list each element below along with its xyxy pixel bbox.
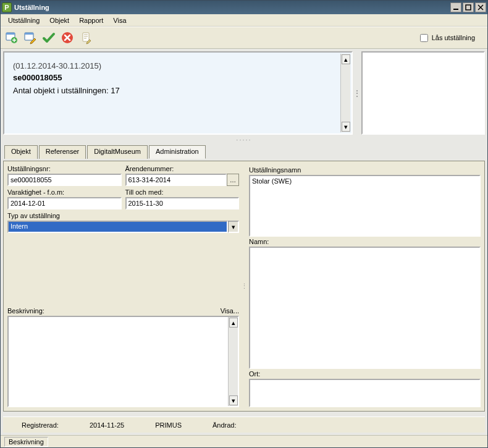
svg-rect-5 — [6, 33, 15, 35]
menu-visa[interactable]: Visa — [108, 15, 131, 25]
cancel-button[interactable] — [59, 29, 76, 46]
utstallningsnamn-panel[interactable]: Stolar (SWE) — [249, 175, 481, 237]
lock-exhibition-wrap: Lås utställning — [420, 34, 485, 42]
summary-date-range: (01.12.2014-30.11.2015) — [13, 61, 343, 70]
top-row: (01.12.2014-30.11.2015) se000018055 Anta… — [3, 51, 485, 135]
lock-exhibition-checkbox[interactable] — [420, 34, 428, 42]
svg-rect-10 — [83, 33, 89, 41]
ort-label: Ort: — [249, 370, 481, 378]
new-record-button[interactable] — [3, 29, 20, 46]
titlebar: P Utställning — [1, 1, 487, 14]
typ-combo[interactable]: Intern — [7, 221, 228, 233]
summary-scrollbar[interactable]: ▴ ▾ — [340, 54, 350, 132]
column-splitter[interactable] — [242, 165, 246, 407]
typ-label: Typ av utställning — [7, 212, 239, 219]
toolbar: Lås utställning — [1, 27, 487, 49]
beskrivning-label: Beskrivning: — [7, 307, 44, 315]
registrerad-label: Registrerad: — [22, 421, 59, 429]
registrerad-user: PRIMUS — [155, 421, 182, 429]
beskrivning-visa-link[interactable]: Visa... — [221, 307, 239, 315]
tab-body-administration: Utställningsnr: Ärendenummer: … Varaktig… — [3, 161, 485, 412]
main-window: P Utställning Utställning Objekt Rapport… — [0, 0, 488, 448]
svg-rect-8 — [25, 33, 33, 35]
status-row: Registrerad: 2014-11-25 PRIMUS Ändrad: — [3, 416, 485, 433]
lock-exhibition-label: Lås utställning — [432, 34, 475, 41]
tab-digitaltmuseum[interactable]: DigitaltMuseum — [87, 145, 148, 159]
varaktighet-label: Varaktighet - f.o.m: — [7, 188, 122, 196]
beskrivning-scrollbar[interactable]: ▴ ▾ — [228, 317, 238, 406]
left-column: Utställningsnr: Ärendenummer: … Varaktig… — [7, 165, 239, 407]
summary-panel: (01.12.2014-30.11.2015) se000018055 Anta… — [3, 51, 353, 135]
attach-button[interactable] — [77, 29, 95, 46]
till-input[interactable] — [125, 197, 240, 209]
statusbar-beskrivning: Beskrivning — [4, 437, 48, 447]
typ-dropdown-button[interactable]: ▾ — [228, 221, 239, 233]
app-icon: P — [2, 2, 12, 12]
menu-objekt[interactable]: Objekt — [44, 15, 74, 25]
menu-utstallning[interactable]: Utställning — [3, 15, 44, 25]
window-title: Utställning — [14, 4, 450, 11]
edit-record-button[interactable] — [22, 29, 39, 46]
scroll-down-icon[interactable]: ▾ — [342, 122, 350, 132]
summary-object-count: Antal objekt i utställningen: 17 — [13, 86, 343, 95]
arendenummer-label: Ärendenummer: — [125, 165, 240, 172]
svg-rect-1 — [466, 5, 471, 10]
beskrivning-textarea[interactable]: ▴ ▾ — [7, 316, 239, 407]
vertical-splitter[interactable] — [355, 51, 359, 135]
status-bar: Beskrivning — [1, 435, 487, 447]
summary-exhibition-id: se000018055 — [13, 73, 343, 82]
horizontal-splitter[interactable] — [3, 137, 485, 142]
workspace: (01.12.2014-30.11.2015) se000018055 Anta… — [1, 49, 487, 435]
tab-administration[interactable]: Administration — [149, 145, 206, 159]
tab-referenser[interactable]: Referenser — [39, 145, 86, 159]
varaktighet-input[interactable] — [7, 197, 122, 209]
close-button[interactable] — [475, 2, 486, 12]
till-label: Till och med: — [125, 188, 240, 196]
namn-panel[interactable] — [249, 247, 481, 369]
utstallningsnamn-value: Stolar (SWE) — [252, 177, 292, 185]
arendenummer-input[interactable] — [125, 174, 227, 186]
scroll-up-icon[interactable]: ▴ — [342, 54, 350, 64]
arendenummer-browse-button[interactable]: … — [227, 174, 239, 186]
scroll-down-icon[interactable]: ▾ — [229, 395, 238, 405]
namn-label: Namn: — [249, 238, 481, 245]
right-column: Utställningsnamn Stolar (SWE) Namn: Ort: — [249, 165, 481, 407]
menubar: Utställning Objekt Rapport Visa — [1, 14, 487, 27]
scroll-up-icon[interactable]: ▴ — [229, 318, 238, 328]
utstallningsnr-input[interactable] — [7, 174, 122, 186]
menu-rapport[interactable]: Rapport — [74, 15, 108, 25]
preview-panel — [361, 51, 485, 135]
maximize-button[interactable] — [463, 2, 474, 12]
registrerad-date: 2014-11-25 — [90, 421, 124, 429]
confirm-button[interactable] — [40, 29, 57, 46]
ort-panel[interactable] — [249, 379, 481, 407]
utstallningsnr-label: Utställningsnr: — [7, 165, 122, 172]
tab-objekt[interactable]: Objekt — [4, 145, 38, 159]
tabs-row: Objekt Referenser DigitaltMuseum Adminis… — [3, 145, 485, 158]
minimize-button[interactable] — [450, 2, 461, 12]
window-controls — [450, 2, 486, 12]
utstallningsnamn-label: Utställningsnamn — [249, 166, 481, 174]
andrad-label: Ändrad: — [212, 421, 237, 429]
